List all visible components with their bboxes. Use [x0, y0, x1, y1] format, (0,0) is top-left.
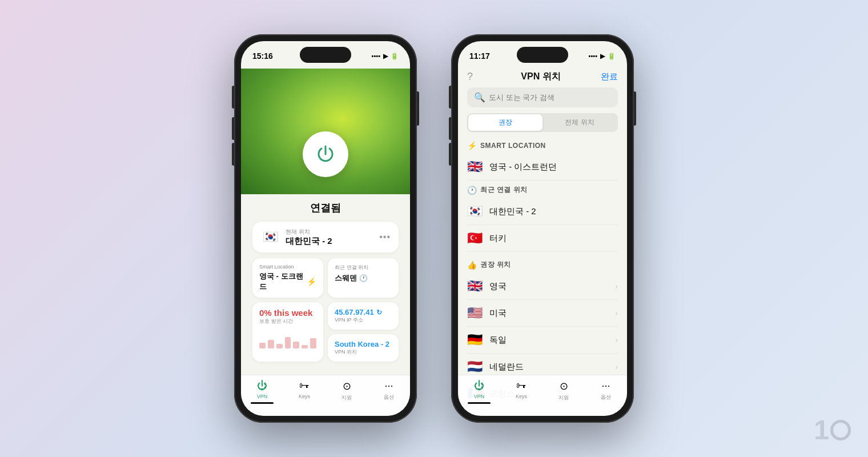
right-status-icons: •••• ▶ 🔋 — [589, 53, 616, 60]
tab-options-right[interactable]: ··· 옵션 — [585, 380, 627, 401]
options-tab-icon: ··· — [384, 380, 393, 392]
nav-title: VPN 위치 — [521, 71, 560, 83]
search-input[interactable] — [489, 93, 611, 102]
wifi-icon: ▶ — [383, 53, 388, 60]
tab-support-right[interactable]: ⊙ 지원 — [542, 380, 585, 402]
rec-us[interactable]: 🇺🇸 미국 › — [467, 300, 618, 327]
search-icon: 🔍 — [474, 92, 485, 103]
seg-recommended[interactable]: 권장 — [468, 114, 542, 131]
lightning-section-icon: ⚡ — [467, 141, 477, 150]
de-name: 독일 — [489, 335, 615, 346]
location-list: ⚡ SMART LOCATION 🇬🇧 영국 - 이스트런던 🕐 최근 연결 위… — [458, 137, 627, 416]
vpn-location-card[interactable]: South Korea - 2 VPN 위치 — [328, 334, 399, 362]
quick-stats: Smart Location 영국 - 도크랜드 ⚡ 최근 연결 위치 스웨덴 … — [252, 258, 399, 298]
recommended-header: 👍 권장 위치 — [467, 255, 618, 273]
tab-options-left[interactable]: ··· 옵션 — [368, 380, 410, 401]
dynamic-island-left — [300, 47, 351, 63]
help-button[interactable]: ? — [467, 71, 481, 83]
current-flag: 🇰🇷 — [260, 227, 280, 247]
recent-item-turkey[interactable]: 🇹🇷 터키 — [467, 225, 618, 252]
bar-7 — [310, 338, 316, 348]
rec-de[interactable]: 🇩🇪 독일 › — [467, 327, 618, 354]
battery-icon: 🔋 — [391, 53, 399, 60]
recent-connection-label: 최근 연결 위치 — [335, 264, 392, 271]
mini-bars — [259, 328, 316, 348]
us-name: 미국 — [489, 308, 615, 319]
tab-indicator-right — [468, 402, 491, 404]
seg-all-locations[interactable]: 전체 위치 — [542, 114, 617, 131]
tab-vpn-right[interactable]: ⏻ VPN — [458, 380, 500, 404]
left-phone: 15:16 •••• ▶ 🔋 연결됨 — [234, 34, 417, 423]
right-phone: 11:17 •••• ▶ 🔋 ? VPN 위치 완료 🔍 — [451, 34, 634, 423]
signal-icon-right: •••• — [589, 53, 597, 59]
options-tab-label: 옵션 — [384, 394, 394, 401]
left-time: 15:16 — [252, 51, 273, 61]
keys-tab-icon: 🗝 — [299, 380, 310, 392]
week-label: 보호 받은 시간 — [259, 318, 316, 325]
right-content: ? VPN 위치 완료 🔍 권장 전체 위치 — [458, 69, 627, 416]
vpn-location-label: VPN 위치 — [335, 348, 392, 356]
bar-2 — [268, 340, 274, 348]
left-screen: 15:16 •••• ▶ 🔋 연결됨 — [241, 41, 410, 416]
turkey-name: 터키 — [489, 233, 618, 244]
support-tab-icon-right: ⊙ — [560, 380, 568, 392]
tab-keys-left[interactable]: 🗝 Keys — [283, 380, 326, 399]
ip-value: 45.67.97.41 ↻ — [335, 308, 392, 316]
left-status-icons: •••• ▶ 🔋 — [372, 53, 399, 60]
segment-control: 권장 전체 위치 — [467, 113, 618, 132]
smart-location-card[interactable]: Smart Location 영국 - 도크랜드 ⚡ — [252, 258, 323, 298]
recent-header: 🕐 최근 연결 위치 — [467, 181, 618, 198]
keys-tab-icon-right: 🗝 — [516, 380, 527, 392]
turkey-flag: 🇹🇷 — [467, 231, 483, 246]
done-button[interactable]: 완료 — [601, 71, 618, 82]
lightning-icon: ⚡ — [307, 277, 316, 286]
bar-4 — [285, 337, 291, 348]
chevron-icon-uk: › — [615, 282, 618, 291]
loc-info: 현재 위치 대한민국 - 2 — [286, 228, 332, 247]
keys-tab-label-right: Keys — [516, 394, 527, 399]
tab-keys-right[interactable]: 🗝 Keys — [500, 380, 542, 399]
us-flag: 🇺🇸 — [467, 306, 483, 320]
power-button[interactable] — [303, 131, 348, 177]
more-options-button[interactable]: ••• — [379, 232, 391, 242]
vpn-tab-label: VPN — [257, 394, 268, 399]
watermark-circle — [830, 420, 851, 440]
chevron-icon-de: › — [615, 335, 618, 344]
chevron-icon-us: › — [615, 308, 618, 318]
clock-icon: 🕐 — [359, 274, 368, 282]
support-tab-icon: ⊙ — [343, 380, 351, 392]
loc-name: 대한민국 - 2 — [286, 236, 332, 247]
smart-location-item[interactable]: 🇬🇧 영국 - 이스트런던 — [467, 154, 618, 181]
recommended-section-title: 권장 위치 — [480, 260, 511, 270]
search-bar[interactable]: 🔍 — [467, 87, 618, 107]
keys-tab-label: Keys — [299, 394, 310, 399]
ip-card[interactable]: 45.67.97.41 ↻ VPN IP 주소 — [328, 302, 399, 330]
bottom-stats: 0% this week 보호 받은 시간 — [252, 302, 399, 362]
watermark-number: 1 — [814, 414, 829, 446]
ip-section: 45.67.97.41 ↻ VPN IP 주소 South Korea - 2 … — [328, 302, 399, 362]
uk-flag: 🇬🇧 — [467, 279, 483, 294]
current-location-card[interactable]: 🇰🇷 현재 위치 대한민국 - 2 ••• — [252, 222, 399, 252]
connected-text: 연결됨 — [252, 201, 399, 215]
vpn-tab-icon-right: ⏻ — [474, 380, 484, 392]
recent-item-korea[interactable]: 🇰🇷 대한민국 - 2 — [467, 198, 618, 225]
refresh-icon: ↻ — [376, 308, 382, 316]
tab-indicator — [251, 402, 274, 404]
korea-name: 대한민국 - 2 — [489, 206, 618, 217]
de-flag: 🇩🇪 — [467, 332, 483, 347]
bar-3 — [276, 344, 283, 348]
rec-uk[interactable]: 🇬🇧 영국 › — [467, 273, 618, 300]
recent-connection-card[interactable]: 최근 연결 위치 스웨덴 🕐 — [328, 258, 399, 298]
support-tab-label-right: 지원 — [558, 394, 569, 402]
smart-location-value: 영국 - 도크랜드 ⚡ — [259, 271, 316, 292]
recent-connection-value: 스웨덴 🕐 — [335, 273, 392, 283]
uk-flag-smart: 🇬🇧 — [467, 159, 483, 174]
options-tab-label-right: 옵션 — [601, 394, 611, 401]
tab-support-left[interactable]: ⊙ 지원 — [326, 380, 368, 402]
battery-icon-right: 🔋 — [608, 53, 616, 60]
tab-vpn-left[interactable]: ⏻ VPN — [241, 380, 283, 404]
bar-1 — [259, 343, 266, 348]
clock-section-icon: 🕐 — [467, 186, 477, 195]
vpn-tab-label-right: VPN — [474, 394, 485, 399]
loc-left: 🇰🇷 현재 위치 대한민국 - 2 — [260, 227, 332, 247]
